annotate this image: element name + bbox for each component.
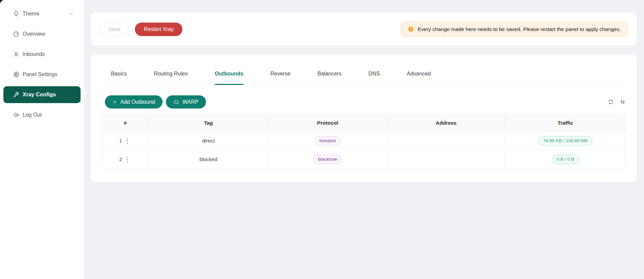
table-tools: [608, 99, 626, 105]
table-row: 2 ⋮ blocked blackhole 0 B / 0 B: [102, 150, 626, 169]
sidebar-item-label: Inbounds: [23, 51, 45, 57]
restart-xray-button[interactable]: Restart Xray: [135, 23, 182, 36]
protocol-badge: freedom: [315, 136, 341, 146]
column-header-traffic: Traffic: [505, 114, 625, 132]
sidebar-item-label: Log Out: [23, 112, 42, 118]
row-number: 1: [119, 138, 122, 144]
tab-outbounds[interactable]: Outbounds: [215, 63, 243, 85]
column-header-tag: Tag: [149, 114, 268, 132]
dashboard-icon: [13, 31, 20, 37]
row-menu-button[interactable]: ⋮: [123, 138, 131, 144]
wrench-icon: [13, 91, 20, 98]
warp-label: WARP: [182, 99, 198, 105]
sidebar-item-label: Panel Settings: [23, 71, 57, 78]
gear-icon: [13, 71, 20, 78]
table-header-row: # Tag Protocol Address Traffic: [102, 114, 626, 132]
tab-balancers[interactable]: Balancers: [318, 63, 342, 85]
address-cell: [387, 132, 505, 150]
sidebar-item-label: Overview: [23, 31, 45, 37]
main-area: Save Restart Xray Every change made here…: [91, 0, 637, 279]
add-outbound-label: Add Outbound: [120, 99, 155, 105]
sidebar-item-overview[interactable]: Overview: [3, 26, 81, 42]
xray-config-panel: Basics Routing Rules Outbounds Reverse B…: [91, 55, 637, 182]
column-header-protocol: Protocol: [268, 114, 387, 132]
tab-basics[interactable]: Basics: [111, 63, 127, 85]
tab-advanced[interactable]: Advanced: [407, 63, 431, 85]
address-cell: [387, 150, 505, 169]
outbounds-table: # Tag Protocol Address Traffic 1: [101, 114, 626, 169]
add-outbound-button[interactable]: Add Outbound: [105, 95, 163, 108]
traffic-badge: 0 B / 0 B: [552, 155, 579, 164]
sidebar-item-log-out[interactable]: Log Out: [3, 106, 81, 123]
column-header-address: Address: [387, 114, 505, 132]
sidebar-item-xray-configs[interactable]: Xray Configs: [3, 86, 81, 103]
sidebar-item-inbounds[interactable]: Inbounds: [3, 46, 81, 63]
warning-icon: [408, 26, 414, 32]
sidebar-item-theme[interactable]: Theme: [3, 5, 81, 22]
table-row: 1 ⋮ direct freedom 78.66 KB / 138.69 MB: [102, 132, 626, 150]
tag-cell: direct: [149, 132, 268, 150]
chevron-down-icon: [69, 11, 74, 17]
logout-icon: [13, 112, 20, 118]
sidebar: Theme Overview Inbounds Panel Settings: [0, 0, 84, 279]
tab-reverse[interactable]: Reverse: [270, 63, 291, 85]
tab-dns[interactable]: DNS: [369, 63, 380, 85]
warp-button[interactable]: WARP: [166, 95, 206, 108]
plus-icon: [112, 99, 117, 104]
repeat-icon[interactable]: [619, 99, 626, 105]
row-menu-button[interactable]: ⋮: [123, 156, 131, 162]
sidebar-item-label: Xray Configs: [23, 92, 56, 98]
cloud-icon: [173, 99, 179, 105]
warning-alert: Every change made here needs to be saved…: [401, 22, 627, 37]
tag-cell: blocked: [149, 150, 268, 169]
sidebar-item-panel-settings[interactable]: Panel Settings: [3, 66, 81, 83]
save-button[interactable]: Save: [100, 23, 129, 36]
app-root: Theme Overview Inbounds Panel Settings: [0, 0, 644, 279]
bulb-icon: [13, 10, 20, 17]
warning-alert-text: Every change made here needs to be saved…: [418, 26, 621, 32]
action-bar: Save Restart Xray Every change made here…: [91, 13, 637, 45]
row-number: 2: [119, 156, 122, 162]
sync-icon[interactable]: [608, 99, 614, 105]
sidebar-item-label: Theme: [23, 11, 39, 17]
config-tabs: Basics Routing Rules Outbounds Reverse B…: [101, 63, 626, 85]
outbounds-table-wrap: # Tag Protocol Address Traffic 1: [101, 114, 626, 169]
column-header-index: #: [102, 114, 149, 132]
traffic-badge: 78.66 KB / 138.69 MB: [538, 136, 592, 146]
protocol-badge: blackhole: [313, 155, 342, 164]
user-icon: [13, 51, 20, 58]
tab-routing-rules[interactable]: Routing Rules: [154, 63, 188, 85]
outbounds-toolbar: Add Outbound WARP: [101, 95, 626, 108]
